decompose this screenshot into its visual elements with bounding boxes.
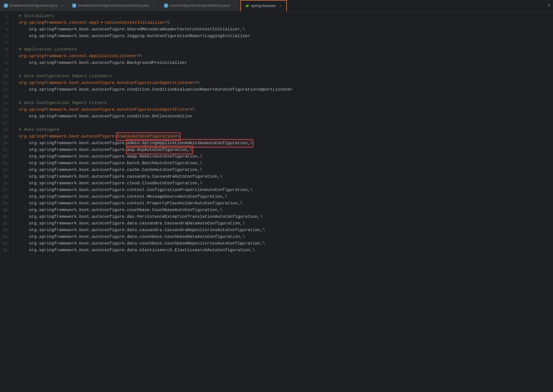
code-text: org.springframework.boot.autoconfigure.c…: [19, 207, 222, 214]
line-num-13: 13: [0, 93, 10, 100]
code-line-34: org.springframework.boot.autoconfigure.d…: [19, 234, 553, 240]
code-text: org.springframework.boot.autoconfigure.c…: [19, 180, 202, 187]
line-num-19: 19: [0, 133, 10, 140]
code-text: org.springframework.boot.autoconfigure.d…: [19, 214, 263, 220]
code-text: # Auto Configuration Import Filters: [19, 100, 107, 107]
code-text: org.springframework.boot.autoconfigure.d…: [19, 234, 245, 240]
code-text: # Initializers: [19, 13, 54, 20]
line-num-8: 8: [0, 60, 10, 66]
editor-container: J EnableAutoConfiguration.java × J Enabl…: [0, 0, 553, 255]
line-num-26: 26: [0, 180, 10, 187]
code-text: org.springframework.boot.autoconfigure.c…: [19, 86, 293, 93]
code-line-24: org.springframework.boot.autoconfigure.c…: [19, 167, 553, 173]
line-num-21: 21: [0, 147, 10, 153]
line-num-6: 6: [0, 46, 10, 53]
tab-close-3[interactable]: ×: [232, 4, 236, 8]
code-text: # Auto Configure: [19, 127, 59, 133]
line-num-17: 17: [0, 120, 10, 127]
code-text: =\: [165, 20, 170, 26]
line-num-14: 14: [0, 100, 10, 107]
code-line-25: org.springframework.boot.autoconfigure.c…: [19, 173, 553, 180]
code-text: =\: [175, 134, 180, 139]
line-num-35: 35: [0, 240, 10, 247]
line-num-10: 10: [0, 73, 10, 80]
line-num-9: 9: [0, 66, 10, 73]
line-num-1: 1: [0, 13, 10, 20]
tab-close-4[interactable]: ×: [278, 4, 282, 8]
editor-area: 1 2 3 4 5 6 7 8 9 10 11 12 13 14 15 16 1…: [0, 11, 553, 255]
line-num-24: 24: [0, 167, 10, 173]
code-text: org.springframework.boot.autoconfigure.A…: [19, 107, 190, 113]
tab-close-2[interactable]: ×: [152, 4, 156, 8]
code-text: org.springframework.boot.autoconfigure.B…: [19, 60, 187, 66]
tab-auto-config-import-selector[interactable]: J AutoConfigurationImportSelector.java ×: [160, 0, 241, 11]
code-text: aop.AopAutoConfiguration,\: [127, 147, 192, 152]
line-num-11: 11: [0, 80, 10, 86]
code-line-2: org.springframework.context.Appl🔸cationC…: [19, 20, 553, 26]
code-text: org.springframework.context.Appl: [19, 20, 99, 26]
line-numbers: 1 2 3 4 5 6 7 8 9 10 11 12 13 14 15 16 1…: [0, 11, 13, 255]
code-line-3: org.springframework.boot.autoconfigure.S…: [19, 26, 553, 33]
line-num-16: 16: [0, 113, 10, 120]
code-text: cationContextInitializer: [105, 20, 165, 26]
code-text-prefix-19: org.springframework.boot.autoconfigure.: [19, 133, 117, 140]
line-num-27: 27: [0, 187, 10, 193]
line-num-12: 12: [0, 86, 10, 93]
line-num-3: 3: [0, 26, 10, 33]
code-line-14: # Auto Configuration Import Filters: [19, 100, 553, 107]
code-text: org.springframework.boot.autoconfigure.A…: [19, 80, 195, 86]
code-text: org.springframework.boot.autoconfigure.c…: [19, 173, 222, 180]
code-line-21: org.springframework.boot.autoconfigure.a…: [19, 147, 553, 153]
tab-menu-button[interactable]: ≡: [545, 0, 553, 11]
java-file-icon-3: J: [164, 4, 168, 8]
java-file-icon: J: [4, 4, 8, 8]
line-num-31: 31: [0, 214, 10, 220]
code-text: org.springframework.boot.autoconfigure.d…: [19, 220, 245, 227]
tab-spring-factories[interactable]: spring.factories ×: [241, 0, 287, 11]
code-text: org.springframework.boot.autoconfigure.c…: [19, 187, 253, 193]
code-text: # Auto Configuration Import Listeners: [19, 73, 112, 80]
java-file-icon-2: J: [72, 4, 76, 8]
line-num-22: 22: [0, 153, 10, 160]
tab-bar: J EnableAutoConfiguration.java × J Enabl…: [0, 0, 553, 11]
code-line-35: org.springframework.boot.autoconfigure.d…: [19, 240, 553, 247]
code-line-20: org.springframework.boot.autoconfigure.a…: [19, 140, 553, 147]
line-num-29: 29: [0, 200, 10, 207]
line-num-30: 30: [0, 207, 10, 214]
spring-leaf-icon: [245, 4, 249, 8]
code-line-9: [19, 66, 553, 73]
tab-enable-auto-config[interactable]: J EnableAutoConfiguration.java ×: [0, 0, 68, 11]
code-text: org.springframework.boot.autoconfigure.c…: [19, 113, 192, 120]
code-line-15: org.springframework.boot.autoconfigure.A…: [19, 107, 553, 113]
code-text: org.springframework.context.ApplicationL…: [19, 53, 137, 60]
tab-close-1[interactable]: ×: [60, 4, 64, 8]
code-line-29: org.springframework.boot.autoconfigure.c…: [19, 200, 553, 207]
tab-enable-auto-config-import-selector[interactable]: J EnableAutoConfigurationImportSelector.…: [68, 0, 160, 11]
code-line-8: org.springframework.boot.autoconfigure.B…: [19, 60, 553, 66]
code-text: org.springframework.boot.autoconfigure.c…: [19, 167, 202, 173]
code-line-33: org.springframework.boot.autoconfigure.d…: [19, 227, 553, 234]
code-line-31: org.springframework.boot.autoconfigure.d…: [19, 214, 553, 220]
line-num-32: 32: [0, 220, 10, 227]
code-text: org.springframework.boot.autoconfigure.d…: [19, 240, 265, 247]
highlighted-text-20: admin.SpringApplicationAdminJmxAutoConfi…: [127, 140, 253, 147]
line-num-7: 7: [0, 53, 10, 60]
code-text: admin.SpringApplicationAdminJmxAutoConfi…: [127, 141, 253, 146]
line-num-23: 23: [0, 160, 10, 167]
line-num-36: 36: [0, 247, 10, 254]
code-line-16: org.springframework.boot.autoconfigure.c…: [19, 113, 553, 120]
code-text: org.springframework.boot.autoconfigure.S…: [19, 26, 245, 33]
tab-label-3: AutoConfigurationImportSelector.java: [170, 3, 230, 8]
code-line-23: org.springframework.boot.autoconfigure.b…: [19, 160, 553, 167]
line-num-15: 15: [0, 107, 10, 113]
code-text: org.springframework.boot.autoconfigure.d…: [19, 227, 265, 234]
code-line-28: org.springframework.boot.autoconfigure.c…: [19, 193, 553, 200]
line-num-33: 33: [0, 227, 10, 234]
code-text: org.springframework.boot.autoconfigure.c…: [19, 200, 242, 207]
highlighted-text-21: aop.AopAutoConfiguration,\: [127, 147, 192, 153]
code-text-prefix-21: org.springframework.boot.autoconfigure.: [19, 147, 127, 153]
code-line-13: [19, 93, 553, 100]
code-line-17: [19, 120, 553, 127]
code-text: org.springframework.boot.autoconfigure.l…: [19, 33, 250, 40]
line-num-34: 34: [0, 234, 10, 240]
